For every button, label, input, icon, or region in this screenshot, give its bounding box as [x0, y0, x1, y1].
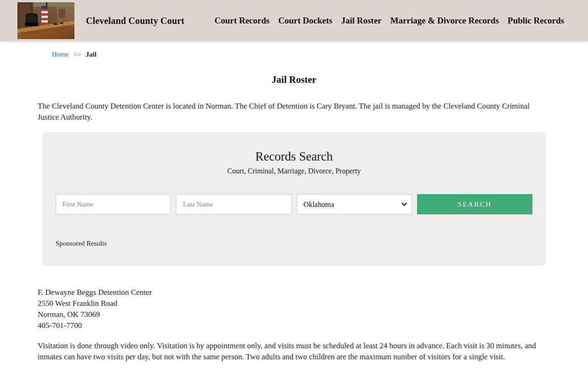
records-search-panel: Records Search Court, Criminal, Marriage… [43, 132, 545, 265]
intro-paragraph: The Cleveland County Detention Center is… [38, 101, 550, 123]
nav-item-marriage-divorce-records[interactable]: Marriage & Divorce Records [390, 16, 499, 26]
courtroom-photo-icon [17, 2, 74, 39]
sponsored-results-label: Sponsored Results [56, 240, 532, 247]
visitation-paragraph: Visitation is done through video only. V… [38, 340, 550, 363]
state-select[interactable]: Oklahoma [297, 194, 412, 214]
facility-address: 2550 West Franklin Road [38, 298, 550, 309]
records-search-title: Records Search [56, 150, 532, 164]
breadcrumb-current: Jail [86, 51, 96, 58]
state-select-wrap: Oklahoma [297, 194, 412, 214]
main-content: Home>>Jail Jail Roster The Cleveland Cou… [0, 51, 588, 363]
last-name-input[interactable] [176, 194, 291, 214]
nav-item-jail-roster[interactable]: Jail Roster [341, 16, 381, 26]
facility-info: F. Dewayne Beggs Detention Center 2550 W… [38, 287, 550, 331]
first-name-input[interactable] [56, 194, 171, 214]
brand-title[interactable]: Cleveland County Court [86, 16, 184, 26]
breadcrumb-home-link[interactable]: Home [52, 51, 69, 58]
facility-phone: 405-701-7700 [38, 320, 550, 331]
search-button[interactable]: SEARCH [417, 194, 532, 214]
site-header: Cleveland County Court Court Records Cou… [0, 0, 588, 41]
nav-item-court-records[interactable]: Court Records [215, 16, 270, 26]
facility-name: F. Dewayne Beggs Detention Center [38, 287, 550, 298]
nav-item-court-dockets[interactable]: Court Dockets [278, 16, 333, 26]
records-search-subtitle: Court, Criminal, Marriage, Divorce, Prop… [56, 167, 532, 175]
page-title: Jail Roster [0, 74, 588, 86]
breadcrumb: Home>>Jail [38, 51, 550, 58]
records-search-form: Oklahoma SEARCH [56, 194, 532, 214]
breadcrumb-separator: >> [74, 51, 81, 58]
courtroom-logo-image[interactable] [17, 2, 74, 39]
facility-city: Norman, OK 73069 [38, 309, 550, 320]
nav-item-public-records[interactable]: Public Records [508, 16, 564, 26]
main-nav: Court Records Court Dockets Jail Roster … [215, 16, 588, 26]
